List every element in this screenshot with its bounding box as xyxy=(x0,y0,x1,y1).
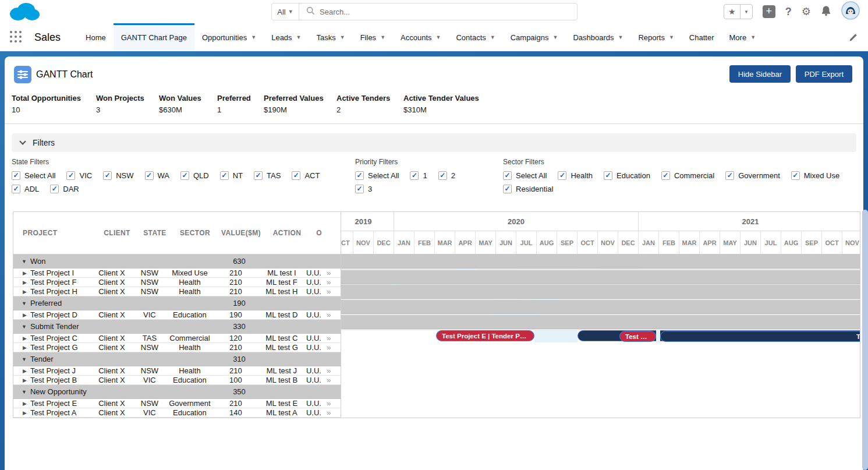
expand-caret-icon[interactable]: ▶ xyxy=(23,401,27,407)
filter-checkbox-nt[interactable]: ✓NT xyxy=(220,171,243,180)
global-actions-icon[interactable]: + xyxy=(763,5,775,18)
row-expand-icon[interactable]: » xyxy=(323,343,335,352)
notifications-bell-icon[interactable] xyxy=(821,5,831,19)
tab-reports[interactable]: Reports▼ xyxy=(630,23,681,51)
checkbox-checked-icon[interactable]: ✓ xyxy=(725,171,734,180)
filters-section-header[interactable]: Filters xyxy=(12,133,856,152)
filter-checkbox-1[interactable]: ✓1 xyxy=(410,171,427,180)
filter-checkbox-select-all[interactable]: ✓Select All xyxy=(503,171,547,180)
row-expand-icon[interactable]: » xyxy=(323,366,335,375)
tab-more[interactable]: More▼ xyxy=(722,23,764,51)
search-input[interactable] xyxy=(315,7,577,17)
expand-caret-icon[interactable]: ▶ xyxy=(23,289,27,295)
checkbox-checked-icon[interactable]: ✓ xyxy=(558,171,566,180)
tender-bar-test-project-a[interactable]: Test Project A | Tender Period xyxy=(619,331,656,342)
checkbox-checked-icon[interactable]: ✓ xyxy=(103,171,112,180)
tab-tasks[interactable]: Tasks▼ xyxy=(309,23,353,51)
checkbox-checked-icon[interactable]: ✓ xyxy=(661,171,670,180)
collapse-caret-icon[interactable]: ▼ xyxy=(22,389,27,395)
checkbox-checked-icon[interactable]: ✓ xyxy=(12,185,20,193)
pdf-export-button[interactable]: PDF Export xyxy=(796,65,852,83)
checkbox-checked-icon[interactable]: ✓ xyxy=(355,185,364,193)
search-scope-selector[interactable]: All ▼ xyxy=(272,3,299,20)
checkbox-checked-icon[interactable]: ✓ xyxy=(791,171,800,180)
vertical-scrollbar[interactable] xyxy=(862,210,868,470)
tab-leads[interactable]: Leads▼ xyxy=(264,23,309,51)
checkbox-checked-icon[interactable]: ✓ xyxy=(355,171,364,180)
row-expand-icon[interactable]: » xyxy=(323,399,335,408)
expand-caret-icon[interactable]: ▶ xyxy=(23,312,27,318)
filter-checkbox-mixed-use[interactable]: ✓Mixed Use xyxy=(791,171,839,180)
filter-checkbox-select-all[interactable]: ✓Select All xyxy=(355,171,399,180)
checkbox-checked-icon[interactable]: ✓ xyxy=(292,171,300,180)
collapse-caret-icon[interactable]: ▼ xyxy=(22,301,27,306)
column-header-client[interactable]: CLIENT xyxy=(96,229,138,237)
column-header-action[interactable]: ACTION xyxy=(264,229,310,237)
edit-nav-pencil-icon[interactable] xyxy=(849,32,859,44)
filter-checkbox-qld[interactable]: ✓QLD xyxy=(180,171,209,180)
hide-sidebar-button[interactable]: Hide Sidebar xyxy=(729,65,791,83)
row-expand-icon[interactable]: » xyxy=(323,408,335,417)
filter-checkbox-commercial[interactable]: ✓Commercial xyxy=(661,171,714,180)
column-header-sector[interactable]: SECTOR xyxy=(172,229,218,237)
row-expand-icon[interactable]: » xyxy=(323,287,335,296)
expand-caret-icon[interactable]: ▶ xyxy=(23,270,27,276)
column-header-value-m-[interactable]: VALUE($M) xyxy=(218,229,264,237)
user-avatar[interactable] xyxy=(841,1,860,22)
filter-checkbox-residential[interactable]: ✓Residential xyxy=(503,185,553,193)
row-expand-icon[interactable]: » xyxy=(323,268,335,277)
filter-checkbox-education[interactable]: ✓Education xyxy=(604,171,650,180)
tab-dashboards[interactable]: Dashboards▼ xyxy=(565,23,630,51)
checkbox-checked-icon[interactable]: ✓ xyxy=(12,171,20,180)
filter-checkbox-select-all[interactable]: ✓Select All xyxy=(12,171,55,180)
filter-checkbox-act[interactable]: ✓ACT xyxy=(292,171,320,180)
filter-checkbox-vic[interactable]: ✓VIC xyxy=(66,171,92,180)
expand-caret-icon[interactable]: ▶ xyxy=(23,335,27,341)
favorites-star-icon[interactable]: ★ xyxy=(724,5,741,19)
column-header-project[interactable]: PROJECT xyxy=(13,229,96,237)
row-expand-icon[interactable]: » xyxy=(323,334,335,342)
tab-contacts[interactable]: Contacts▼ xyxy=(448,23,502,51)
help-icon[interactable]: ? xyxy=(785,6,792,18)
collapse-caret-icon[interactable]: ▼ xyxy=(22,259,27,264)
filter-checkbox-3[interactable]: ✓3 xyxy=(355,185,372,193)
filter-checkbox-nsw[interactable]: ✓NSW xyxy=(103,171,133,180)
checkbox-checked-icon[interactable]: ✓ xyxy=(438,171,447,180)
checkbox-checked-icon[interactable]: ✓ xyxy=(604,171,612,180)
column-header-o[interactable]: O xyxy=(310,229,328,237)
filter-checkbox-wa[interactable]: ✓WA xyxy=(145,171,169,180)
filter-checkbox-dar[interactable]: ✓DAR xyxy=(50,185,79,193)
collapse-caret-icon[interactable]: ▼ xyxy=(22,356,27,362)
setup-gear-icon[interactable]: ⚙ xyxy=(802,5,811,18)
filter-checkbox-health[interactable]: ✓Health xyxy=(558,171,593,180)
favorites-dropdown-icon[interactable]: ▼ xyxy=(741,5,752,19)
tab-opportunities[interactable]: Opportunities▼ xyxy=(194,23,264,51)
expand-caret-icon[interactable]: ▶ xyxy=(23,280,27,285)
tender-bar-test-project-e[interactable]: Test Project E | Tender Period xyxy=(436,330,534,341)
checkbox-checked-icon[interactable]: ✓ xyxy=(254,171,263,180)
tab-home[interactable]: Home xyxy=(78,23,114,51)
construction-bar-test-project-a[interactable]: Test Project A | Construction Period xyxy=(660,331,860,342)
row-expand-icon[interactable]: » xyxy=(323,376,335,384)
checkbox-checked-icon[interactable]: ✓ xyxy=(50,185,59,193)
collapse-caret-icon[interactable]: ▼ xyxy=(22,324,27,330)
filter-checkbox-adl[interactable]: ✓ADL xyxy=(12,185,39,193)
tab-files[interactable]: Files▼ xyxy=(353,23,393,51)
checkbox-checked-icon[interactable]: ✓ xyxy=(503,185,512,193)
salesforce-logo-icon[interactable] xyxy=(7,1,41,24)
row-expand-icon[interactable]: » xyxy=(323,310,335,319)
checkbox-checked-icon[interactable]: ✓ xyxy=(220,171,229,180)
filter-checkbox-tas[interactable]: ✓TAS xyxy=(254,171,281,180)
tab-gantt-chart-page[interactable]: GANTT Chart Page xyxy=(114,23,194,51)
checkbox-checked-icon[interactable]: ✓ xyxy=(180,171,189,180)
filter-checkbox-government[interactable]: ✓Government xyxy=(725,171,780,180)
checkbox-checked-icon[interactable]: ✓ xyxy=(145,171,154,180)
row-expand-icon[interactable]: » xyxy=(323,278,335,287)
expand-caret-icon[interactable]: ▶ xyxy=(23,345,27,351)
expand-caret-icon[interactable]: ▶ xyxy=(23,377,27,383)
tab-chatter[interactable]: Chatter xyxy=(682,23,722,51)
checkbox-checked-icon[interactable]: ✓ xyxy=(410,171,419,180)
expand-caret-icon[interactable]: ▶ xyxy=(23,410,27,416)
column-header-state[interactable]: STATE xyxy=(138,229,172,237)
app-launcher-icon[interactable] xyxy=(10,31,23,44)
